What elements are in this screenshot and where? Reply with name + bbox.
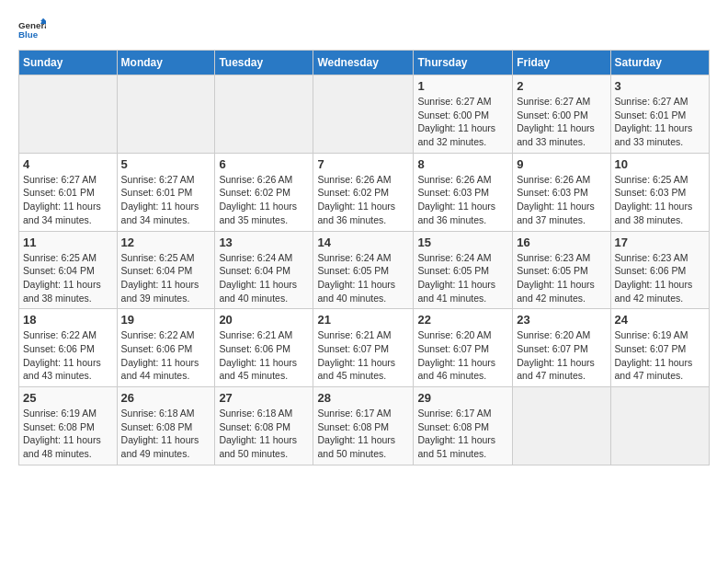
day-info: Sunrise: 6:27 AMSunset: 6:01 PMDaylight:… [121, 173, 211, 227]
day-info: Sunrise: 6:18 AMSunset: 6:08 PMDaylight:… [121, 407, 211, 461]
day-info: Sunrise: 6:23 AMSunset: 6:06 PMDaylight:… [615, 251, 705, 305]
day-cell: 27Sunrise: 6:18 AMSunset: 6:08 PMDayligh… [215, 387, 313, 465]
day-cell [313, 75, 414, 154]
day-number: 25 [23, 391, 113, 405]
day-number: 9 [517, 157, 606, 171]
weekday-header-friday: Friday [513, 51, 610, 75]
day-cell: 12Sunrise: 6:25 AMSunset: 6:04 PMDayligh… [117, 231, 215, 309]
day-cell: 13Sunrise: 6:24 AMSunset: 6:04 PMDayligh… [215, 231, 313, 309]
week-row-4: 18Sunrise: 6:22 AMSunset: 6:06 PMDayligh… [19, 309, 710, 387]
day-number: 7 [317, 157, 409, 171]
day-cell [19, 75, 118, 154]
day-number: 14 [317, 236, 409, 249]
svg-text:Blue: Blue [18, 29, 39, 40]
day-cell: 29Sunrise: 6:17 AMSunset: 6:08 PMDayligh… [414, 387, 513, 465]
week-row-2: 4Sunrise: 6:27 AMSunset: 6:01 PMDaylight… [19, 153, 710, 231]
day-cell: 17Sunrise: 6:23 AMSunset: 6:06 PMDayligh… [610, 231, 709, 309]
day-number: 1 [417, 79, 508, 93]
day-cell: 1Sunrise: 6:27 AMSunset: 6:00 PMDaylight… [414, 75, 513, 154]
weekday-header-monday: Monday [117, 51, 215, 75]
day-info: Sunrise: 6:24 AMSunset: 6:04 PMDaylight:… [219, 251, 309, 305]
day-info: Sunrise: 6:21 AMSunset: 6:07 PMDaylight:… [317, 328, 409, 383]
day-number: 24 [615, 313, 705, 327]
day-info: Sunrise: 6:26 AMSunset: 6:02 PMDaylight:… [219, 173, 309, 227]
day-number: 16 [517, 236, 606, 249]
day-number: 27 [219, 391, 309, 405]
day-info: Sunrise: 6:26 AMSunset: 6:03 PMDaylight:… [417, 173, 508, 227]
logo: General Blue [18, 18, 46, 40]
day-number: 26 [121, 391, 211, 405]
weekday-header-saturday: Saturday [610, 51, 709, 75]
day-cell: 24Sunrise: 6:19 AMSunset: 6:07 PMDayligh… [610, 309, 709, 387]
day-info: Sunrise: 6:17 AMSunset: 6:08 PMDaylight:… [417, 407, 508, 461]
day-cell: 5Sunrise: 6:27 AMSunset: 6:01 PMDaylight… [117, 153, 215, 231]
day-number: 29 [417, 391, 508, 405]
day-number: 4 [23, 157, 113, 171]
day-cell: 3Sunrise: 6:27 AMSunset: 6:01 PMDaylight… [610, 75, 709, 154]
day-cell: 22Sunrise: 6:20 AMSunset: 6:07 PMDayligh… [414, 309, 513, 387]
day-cell: 6Sunrise: 6:26 AMSunset: 6:02 PMDaylight… [215, 153, 313, 231]
day-cell: 28Sunrise: 6:17 AMSunset: 6:08 PMDayligh… [313, 387, 414, 465]
day-info: Sunrise: 6:22 AMSunset: 6:06 PMDaylight:… [23, 328, 113, 383]
day-number: 6 [219, 157, 309, 171]
calendar-body: 1Sunrise: 6:27 AMSunset: 6:00 PMDaylight… [19, 75, 710, 465]
day-cell: 23Sunrise: 6:20 AMSunset: 6:07 PMDayligh… [513, 309, 610, 387]
day-number: 11 [23, 236, 113, 249]
day-info: Sunrise: 6:27 AMSunset: 6:01 PMDaylight:… [23, 173, 113, 227]
day-number: 20 [219, 313, 309, 327]
day-cell: 4Sunrise: 6:27 AMSunset: 6:01 PMDaylight… [19, 153, 118, 231]
day-cell: 10Sunrise: 6:25 AMSunset: 6:03 PMDayligh… [610, 153, 709, 231]
day-info: Sunrise: 6:25 AMSunset: 6:04 PMDaylight:… [121, 251, 211, 305]
day-info: Sunrise: 6:27 AMSunset: 6:00 PMDaylight:… [517, 95, 606, 149]
day-cell: 11Sunrise: 6:25 AMSunset: 6:04 PMDayligh… [19, 231, 118, 309]
day-cell: 26Sunrise: 6:18 AMSunset: 6:08 PMDayligh… [117, 387, 215, 465]
day-cell: 18Sunrise: 6:22 AMSunset: 6:06 PMDayligh… [19, 309, 118, 387]
header: General Blue [18, 18, 710, 40]
day-cell: 20Sunrise: 6:21 AMSunset: 6:06 PMDayligh… [215, 309, 313, 387]
day-info: Sunrise: 6:22 AMSunset: 6:06 PMDaylight:… [121, 328, 211, 383]
day-info: Sunrise: 6:20 AMSunset: 6:07 PMDaylight:… [417, 328, 508, 383]
day-number: 28 [317, 391, 409, 405]
day-cell [117, 75, 215, 154]
day-info: Sunrise: 6:19 AMSunset: 6:07 PMDaylight:… [615, 328, 705, 383]
day-cell: 21Sunrise: 6:21 AMSunset: 6:07 PMDayligh… [313, 309, 414, 387]
logo-icon: General Blue [18, 18, 46, 40]
day-number: 15 [417, 236, 508, 249]
day-info: Sunrise: 6:20 AMSunset: 6:07 PMDaylight:… [517, 328, 606, 383]
weekday-header-sunday: Sunday [19, 51, 118, 75]
day-number: 23 [517, 313, 606, 327]
day-info: Sunrise: 6:25 AMSunset: 6:04 PMDaylight:… [23, 251, 113, 305]
day-info: Sunrise: 6:26 AMSunset: 6:02 PMDaylight:… [317, 173, 409, 227]
day-info: Sunrise: 6:19 AMSunset: 6:08 PMDaylight:… [23, 407, 113, 461]
day-number: 8 [417, 157, 508, 171]
day-cell: 14Sunrise: 6:24 AMSunset: 6:05 PMDayligh… [313, 231, 414, 309]
day-number: 13 [219, 236, 309, 249]
weekday-header-row: SundayMondayTuesdayWednesdayThursdayFrid… [19, 51, 710, 75]
day-number: 3 [615, 79, 705, 93]
day-cell: 2Sunrise: 6:27 AMSunset: 6:00 PMDaylight… [513, 75, 610, 154]
day-cell: 7Sunrise: 6:26 AMSunset: 6:02 PMDaylight… [313, 153, 414, 231]
day-number: 21 [317, 313, 409, 327]
day-info: Sunrise: 6:26 AMSunset: 6:03 PMDaylight:… [517, 173, 606, 227]
day-cell: 16Sunrise: 6:23 AMSunset: 6:05 PMDayligh… [513, 231, 610, 309]
day-number: 2 [517, 79, 606, 93]
week-row-3: 11Sunrise: 6:25 AMSunset: 6:04 PMDayligh… [19, 231, 710, 309]
day-info: Sunrise: 6:24 AMSunset: 6:05 PMDaylight:… [417, 251, 508, 305]
day-info: Sunrise: 6:17 AMSunset: 6:08 PMDaylight:… [317, 407, 409, 461]
day-info: Sunrise: 6:18 AMSunset: 6:08 PMDaylight:… [219, 407, 309, 461]
day-number: 17 [615, 236, 705, 249]
day-info: Sunrise: 6:25 AMSunset: 6:03 PMDaylight:… [615, 173, 705, 227]
day-cell: 15Sunrise: 6:24 AMSunset: 6:05 PMDayligh… [414, 231, 513, 309]
day-number: 18 [23, 313, 113, 327]
weekday-header-tuesday: Tuesday [215, 51, 313, 75]
day-info: Sunrise: 6:23 AMSunset: 6:05 PMDaylight:… [517, 251, 606, 305]
day-cell: 8Sunrise: 6:26 AMSunset: 6:03 PMDaylight… [414, 153, 513, 231]
day-info: Sunrise: 6:27 AMSunset: 6:01 PMDaylight:… [615, 95, 705, 149]
week-row-5: 25Sunrise: 6:19 AMSunset: 6:08 PMDayligh… [19, 387, 710, 465]
day-number: 19 [121, 313, 211, 327]
day-cell: 25Sunrise: 6:19 AMSunset: 6:08 PMDayligh… [19, 387, 118, 465]
day-number: 12 [121, 236, 211, 249]
day-number: 10 [615, 157, 705, 171]
day-cell [513, 387, 610, 465]
week-row-1: 1Sunrise: 6:27 AMSunset: 6:00 PMDaylight… [19, 75, 710, 154]
